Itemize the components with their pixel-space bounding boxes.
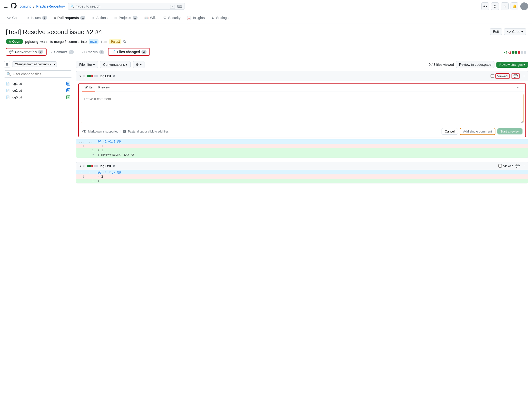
comment-tabs: Write Preview ⋯	[79, 84, 525, 92]
code-button[interactable]: <> Code ▾	[504, 28, 526, 35]
file-icon: 📄	[6, 95, 10, 99]
nav-code[interactable]: <> Code	[4, 13, 23, 23]
pr-header: [Test] Resolve second issue #2 #4 Edit <…	[0, 23, 532, 57]
list-item[interactable]: 📄 log2.txt M	[4, 87, 72, 94]
viewed-checkbox[interactable]: Viewed	[491, 73, 510, 79]
tab-files-changed[interactable]: 📄 Files changed 3	[108, 48, 150, 56]
mini-block	[96, 165, 98, 167]
new-button[interactable]: +▾	[481, 2, 489, 10]
copy-branch-icon[interactable]: ⧉	[123, 39, 126, 44]
list-item[interactable]: 📄 log5.txt +	[4, 94, 72, 101]
file-icon: 📄	[6, 89, 10, 92]
start-review-button[interactable]: Start a review	[497, 128, 522, 134]
tab-commits[interactable]: ⑂ Commits 5	[47, 48, 78, 57]
diff-blocks	[512, 51, 526, 54]
checks-icon: ☑	[82, 50, 85, 54]
changes-from-select[interactable]: Changes from all commits ▾	[12, 61, 57, 67]
diff-block-1	[512, 51, 514, 54]
open-badge: ⑃ Open	[6, 39, 23, 44]
file-status-modified-icon: M	[66, 82, 70, 86]
file-diff-header-right: Viewed 💬 ⋯	[491, 73, 525, 79]
nav-settings[interactable]: ⚙ Settings	[209, 13, 232, 23]
settings-icon: ⚙	[212, 16, 215, 20]
diff-line-num-left: ...	[76, 170, 86, 174]
edit-button[interactable]: Edit	[490, 28, 502, 35]
more-options-icon[interactable]: ⋯	[522, 74, 525, 78]
more-options-icon[interactable]: ⋯	[522, 164, 525, 168]
markdown-icon: MD	[82, 130, 86, 133]
diff-line-num-left	[76, 152, 86, 158]
repo-owner-link[interactable]: pgisung	[20, 4, 31, 8]
nav-issues[interactable]: ○ Issues 3	[24, 13, 50, 23]
file-diff-header-right: Viewed 💬 ⋯	[498, 164, 525, 168]
collapse-icon[interactable]: ∨	[79, 164, 81, 168]
nav-wiki[interactable]: 📖 Wiki	[141, 13, 159, 23]
repo-name-link[interactable]: PracticeRepository	[36, 4, 65, 8]
notifications-icon[interactable]: 🔔	[511, 2, 518, 10]
nav-security[interactable]: 🛡 Security	[160, 13, 184, 23]
search-bar[interactable]: 🔍 Type / to search / ⌨	[68, 3, 185, 10]
nav-actions[interactable]: ▷ Actions	[89, 13, 110, 23]
pull-requests-icon[interactable]: ⑃	[501, 2, 509, 10]
mini-block	[89, 75, 91, 77]
add-single-comment-button[interactable]: Add single comment	[460, 128, 495, 135]
mini-block	[94, 165, 96, 167]
diff-table-log1: ... ... @@ -1 +1,2 @@ 1 - 1 1 + 1	[76, 139, 528, 158]
viewed-input[interactable]	[498, 164, 502, 168]
diff-hunk-row: ... ... @@ -1 +1,2 @@	[76, 139, 528, 144]
list-item[interactable]: 📄 log1.txt M	[4, 80, 72, 87]
nav-pull-requests[interactable]: ⑃ Pull requests 1	[51, 13, 88, 23]
tab-preview[interactable]: Preview	[95, 84, 112, 92]
file-name: log2.txt	[12, 89, 22, 92]
diff-removed-row: 1 - 2	[76, 174, 528, 179]
tab-write[interactable]: Write	[82, 84, 95, 92]
nav-projects[interactable]: ⊞ Projects 1	[111, 13, 140, 23]
avatar[interactable]	[520, 2, 528, 10]
file-status-added-icon: +	[66, 95, 70, 99]
diff-minus: -2	[508, 51, 511, 54]
comment-more-options[interactable]: ⋯	[515, 84, 522, 92]
diff-line-num-right	[86, 144, 96, 148]
file-list: 📄 log1.txt M 📄 log2.txt M 📄 log5.txt +	[4, 80, 72, 101]
cancel-button[interactable]: Cancel	[442, 128, 458, 135]
diff-filename: log1.txt	[100, 74, 111, 78]
tab-checks[interactable]: ☑ Checks 0	[78, 48, 108, 57]
review-in-codespace-button[interactable]: Review in codespace	[456, 61, 494, 68]
markdown-note: Markdown is supported	[88, 130, 118, 133]
separator: |	[120, 130, 121, 133]
pr-from: from	[100, 40, 107, 44]
viewed-count: 0 / 3 files viewed	[429, 63, 454, 66]
copy-filename-icon[interactable]: ⧉	[113, 164, 115, 168]
split-view-icon[interactable]: ⊟	[4, 61, 10, 67]
copy-filename-icon[interactable]: ⧉	[113, 74, 115, 78]
conversations-button[interactable]: Conversations ▾	[100, 61, 131, 68]
terminal-icon[interactable]: ⌨	[177, 4, 182, 8]
diff-added-content: + 메인브랜치에서 작업 중	[96, 152, 528, 158]
collapse-icon[interactable]: ∨	[79, 74, 81, 78]
comment-textarea[interactable]	[81, 94, 523, 123]
copilot-icon[interactable]: ⊙	[491, 2, 499, 10]
main-diff: File filter ▾ Conversations ▾ ⚙ ▾ 0 / 3 …	[76, 61, 528, 200]
viewed-input[interactable]	[491, 74, 494, 78]
file-name: log1.txt	[12, 82, 22, 86]
file-filter-button[interactable]: File filter ▾	[76, 61, 98, 68]
tab-conversation[interactable]: 💬 Conversation 0	[6, 48, 47, 56]
diff-removed-row: 1 - 1	[76, 144, 528, 148]
pr-title: [Test] Resolve second issue #2 #4	[6, 28, 102, 36]
review-changes-button[interactable]: Review changes ▾	[496, 62, 528, 68]
nav-insights[interactable]: 📈 Insights	[184, 13, 207, 23]
viewed-checkbox[interactable]: Viewed	[498, 164, 513, 168]
commits-icon: ⑂	[50, 50, 52, 54]
comment-icon[interactable]: 💬	[515, 164, 520, 168]
comment-icon[interactable]: 💬	[512, 73, 520, 79]
filter-input[interactable]	[13, 72, 69, 76]
hamburger-icon[interactable]: ☰	[4, 4, 8, 9]
file-diff-header-left: ∨ 3 log2.txt ⧉	[79, 164, 496, 168]
mini-block	[87, 75, 89, 77]
diff-added-row: 2 + 메인브랜치에서 작업 중	[76, 152, 528, 158]
conversation-icon: 💬	[9, 50, 13, 54]
settings-button[interactable]: ⚙ ▾	[133, 61, 145, 68]
diff-line-num-left: ...	[76, 139, 86, 144]
file-filter[interactable]: 🔍	[4, 70, 72, 78]
projects-icon: ⊞	[114, 16, 117, 20]
